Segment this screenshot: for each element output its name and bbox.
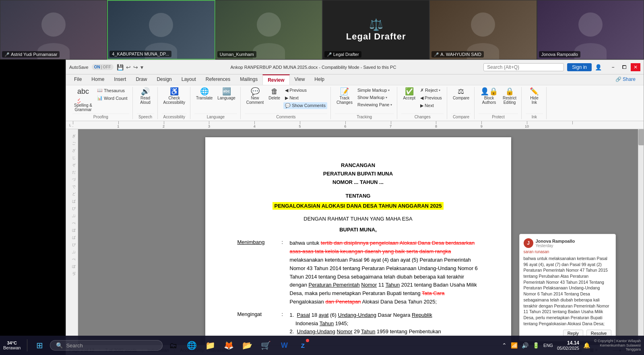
video-tile-4[interactable]: ⚖️ Legal Drafter 🎤 Legal Drafter bbox=[322, 0, 429, 60]
check-accessibility-button[interactable]: ♿ CheckAccessibility bbox=[162, 87, 187, 105]
doc-title-section: RANCANGAN PERATURAN BUPATI MUNA NOMOR ..… bbox=[237, 161, 479, 186]
search-input-titlebar[interactable] bbox=[483, 63, 564, 71]
tab-home[interactable]: Home bbox=[87, 74, 109, 85]
video-tile-1[interactable]: 🎤 Astrid Yudi Purnamasar bbox=[0, 0, 107, 60]
share-button[interactable]: 🔗 Share bbox=[611, 74, 640, 85]
subtitle: DENGAN RAHMAT TUHAN YANG MAHA ESA bbox=[237, 216, 479, 222]
document-scroll[interactable]: RANCANGAN PERATURAN BUPATI MUNA NOMOR ..… bbox=[78, 129, 638, 345]
reviewing-pane-button[interactable]: Reviewing Pane ▾ bbox=[356, 101, 394, 108]
compare-button[interactable]: ⚖ Compare bbox=[451, 87, 471, 101]
menimbang-label: Menimbang bbox=[237, 239, 265, 245]
document-area: ぎ ご ざ じ ぞ だ づ で ど ば び ぶ べ ぼ ぱ ぴ ぷ ぺ ぽ ゔ bbox=[66, 129, 644, 345]
tile-6-name: Jonova Rampoallo bbox=[541, 52, 578, 57]
menimbang-content: bahwa untuk tertib dan disiplinnya penge… bbox=[290, 239, 479, 306]
network-icon[interactable]: 📶 bbox=[511, 342, 518, 349]
notification-icon[interactable]: 🔔 bbox=[583, 342, 590, 349]
autosave-label: AutoSave bbox=[69, 65, 89, 70]
bupati: BUPATI MUNA, bbox=[237, 227, 479, 233]
thesaurus-button[interactable]: 📖 Thesaurus bbox=[95, 87, 129, 94]
folder-app[interactable]: 📂 bbox=[239, 337, 255, 353]
edge-browser[interactable]: 🌐 bbox=[184, 337, 200, 353]
simple-markup-button[interactable]: Simple Markup ▾ bbox=[356, 87, 394, 93]
spelling-grammar-button[interactable]: abc✓ Spelling &Grammar bbox=[72, 87, 94, 113]
next-comment-button[interactable]: ▶ Next bbox=[283, 95, 327, 101]
store-app[interactable]: 🛒 bbox=[258, 337, 274, 353]
translate-button[interactable]: 🌐 Translate bbox=[194, 87, 214, 101]
language-indicator[interactable]: ENG bbox=[543, 343, 553, 348]
ribbon-content: abc✓ Spelling &Grammar 📖 Thesaurus 📊 Wor… bbox=[66, 85, 644, 121]
restore-button[interactable]: ⧠ bbox=[619, 63, 629, 71]
speech-label: Speech bbox=[137, 114, 154, 119]
save-icon[interactable]: 💾 bbox=[117, 64, 124, 70]
hide-ink-button[interactable]: ✏️ HideInk bbox=[527, 87, 541, 105]
redo-icon[interactable]: ↪ bbox=[133, 64, 138, 70]
compare-icon: ⚖ bbox=[458, 88, 464, 95]
volume-icon[interactable]: 🔊 bbox=[522, 342, 528, 349]
account-icon[interactable]: 👤 bbox=[595, 64, 602, 70]
next-change-button[interactable]: ▶ Next bbox=[419, 102, 444, 109]
battery-icon[interactable]: 🔋 bbox=[533, 342, 539, 349]
customize-icon[interactable]: ▾ bbox=[140, 64, 143, 70]
minimize-button[interactable]: − bbox=[608, 63, 618, 71]
video-tile-3[interactable]: Usman_Kumham bbox=[215, 0, 322, 60]
close-button[interactable]: ✕ bbox=[631, 63, 640, 71]
word-app[interactable]: W bbox=[276, 337, 292, 353]
scroll-thumb[interactable] bbox=[638, 129, 644, 145]
block-authors-button[interactable]: 👤🔒 BlockAuthors bbox=[479, 87, 500, 105]
tab-help[interactable]: Help bbox=[310, 74, 329, 85]
show-markup-button[interactable]: Show Markup ▾ bbox=[356, 94, 394, 101]
tab-review[interactable]: Review bbox=[262, 74, 289, 85]
explorer-app[interactable]: 📁 bbox=[202, 337, 218, 353]
new-comment-button[interactable]: 💬 NewComment bbox=[245, 87, 265, 105]
accept-button[interactable]: ✅ Accept bbox=[401, 87, 417, 101]
ribbon: File Home Insert Draw Design Layout Refe… bbox=[66, 74, 644, 121]
taskbar-search[interactable]: 🔍 Search bbox=[50, 340, 163, 351]
ruler: L · 1 2 3 4 5 6 7 8 9 10 bbox=[66, 121, 644, 129]
delete-comment-button[interactable]: 🗑 Delete bbox=[267, 87, 282, 101]
menimbang-row: Menimbang : bahwa untuk tertib dan disip… bbox=[237, 239, 479, 306]
tab-draw[interactable]: Draw bbox=[131, 74, 152, 85]
tab-file[interactable]: File bbox=[69, 74, 87, 85]
language-button[interactable]: 🔤 Language bbox=[216, 87, 237, 101]
restrict-editing-button[interactable]: 🔒 RestrictEditing bbox=[501, 87, 518, 105]
tab-mailings[interactable]: Mailings bbox=[235, 74, 262, 85]
autosave-toggle[interactable]: ON | OFF bbox=[92, 64, 114, 70]
clock-time: 14.14 bbox=[557, 340, 579, 346]
taskview-button[interactable]: 🗂 bbox=[165, 337, 181, 353]
prev-change-button[interactable]: ◀ Previous bbox=[419, 95, 444, 101]
firefox-app[interactable]: 🦊 bbox=[221, 337, 237, 353]
accessibility-icon: ♿ bbox=[170, 88, 179, 95]
video-tile-5[interactable]: 🎤 A. WAHYUDIN SAID bbox=[429, 0, 537, 60]
language-icon: 🔤 bbox=[222, 88, 231, 95]
start-button[interactable]: ⊞ bbox=[31, 337, 47, 353]
menimbang-colon: : bbox=[282, 239, 290, 306]
thesaurus-icon: 📖 bbox=[97, 88, 103, 93]
tab-view[interactable]: View bbox=[290, 74, 310, 85]
word-count-button[interactable]: 📊 Word Count bbox=[95, 95, 129, 101]
track-changes-button[interactable]: 📝 TrackChanges bbox=[335, 87, 354, 105]
changes-label: Changes bbox=[401, 114, 443, 119]
taskbar: 34°C Berawan ⊞ 🔍 Search 🗂 🌐 📁 🦊 📂 🛒 W Z bbox=[0, 336, 644, 355]
wordcount-icon: 📊 bbox=[97, 95, 103, 101]
video-tile-2[interactable]: 4_KABUPATEN MUNA_DP... bbox=[107, 0, 215, 60]
hidden-icons[interactable]: ⌃ bbox=[502, 342, 507, 349]
video-bar: 🎤 Astrid Yudi Purnamasar 4_KABUPATEN MUN… bbox=[0, 0, 644, 60]
tab-insert[interactable]: Insert bbox=[109, 74, 131, 85]
undo-icon[interactable]: ↩ bbox=[126, 64, 131, 70]
compare-label: Compare bbox=[451, 114, 471, 119]
clock[interactable]: 14.14 05/02/2025 bbox=[557, 340, 579, 351]
read-aloud-button[interactable]: 🔊 ReadAloud bbox=[138, 87, 153, 105]
show-comments-button[interactable]: 💬 Show Comments bbox=[283, 102, 327, 109]
copyright-text: © Copyright | Kantor Wilayah Kemenkumham… bbox=[592, 339, 641, 352]
document-scrollbar[interactable] bbox=[638, 129, 644, 345]
sign-in-button[interactable]: Sign in bbox=[567, 63, 592, 71]
tab-layout[interactable]: Layout bbox=[177, 74, 201, 85]
tab-design[interactable]: Design bbox=[152, 74, 176, 85]
clock-date: 05/02/2025 bbox=[557, 346, 579, 351]
tab-references[interactable]: References bbox=[201, 74, 235, 85]
video-tile-6[interactable]: Jonova Rampoallo bbox=[537, 0, 644, 60]
document-page: RANCANGAN PERATURAN BUPATI MUNA NOMOR ..… bbox=[205, 137, 511, 345]
prev-comment-button[interactable]: ◀ Previous bbox=[283, 87, 327, 94]
comment-author: Jonova Rampoallo bbox=[536, 239, 575, 244]
reject-button[interactable]: ✗ Reject ▾ bbox=[419, 87, 444, 94]
